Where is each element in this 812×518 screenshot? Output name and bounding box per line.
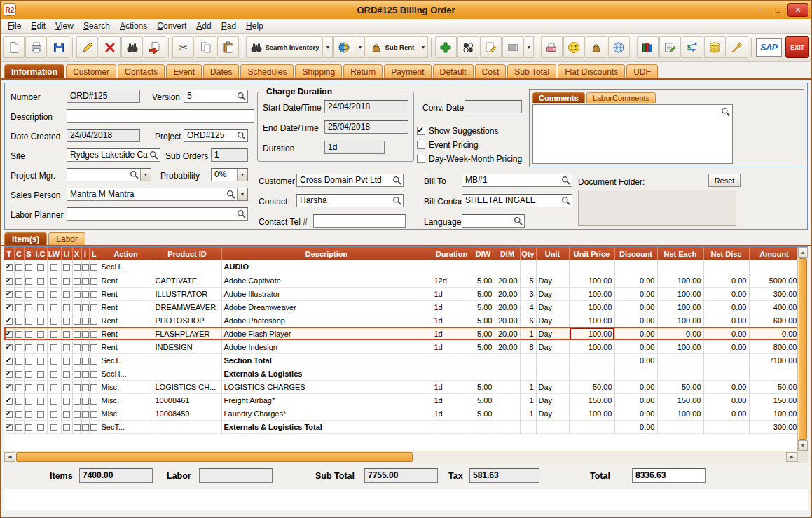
row-flag-checkbox[interactable] <box>63 264 70 271</box>
row-flag-checkbox[interactable] <box>63 291 70 298</box>
cut-button[interactable]: ✂ <box>172 36 194 58</box>
row-flag-checkbox[interactable] <box>15 384 22 391</box>
row-flag-checkbox[interactable] <box>25 264 32 271</box>
tab-shipping[interactable]: Shipping <box>295 64 342 78</box>
customer-field[interactable]: Cross Domain Pvt Ltd <box>296 174 404 187</box>
row-flag-checkbox[interactable] <box>6 291 13 298</box>
table-row[interactable]: Misc.10008461Freight Airbag*1d5.001Day15… <box>4 393 797 407</box>
row-flag-checkbox[interactable] <box>50 304 57 312</box>
copy-button[interactable] <box>195 36 216 58</box>
money-bag-button[interactable] <box>586 36 607 58</box>
row-flag-checkbox[interactable] <box>90 371 97 378</box>
row-flag-checkbox[interactable] <box>15 358 22 365</box>
tab-flat-discounts[interactable]: Flat Discounts <box>558 64 625 78</box>
horizontal-scroll-thumb[interactable] <box>16 452 413 462</box>
column-header-unit[interactable]: Unit <box>536 247 569 260</box>
dropdown-arrow-icon[interactable] <box>419 36 428 58</box>
search-icon[interactable] <box>237 92 246 101</box>
row-flag-checkbox[interactable] <box>25 291 32 298</box>
row-flag-checkbox[interactable] <box>82 358 89 365</box>
reset-button[interactable]: Reset <box>708 174 741 187</box>
row-flag-checkbox[interactable] <box>37 264 44 271</box>
row-flag-checkbox[interactable] <box>90 358 97 365</box>
row-flag-checkbox[interactable] <box>25 304 32 312</box>
column-header-net-each[interactable]: Net Each <box>657 247 703 260</box>
row-flag-checkbox[interactable] <box>37 411 44 418</box>
row-flag-checkbox[interactable] <box>37 304 44 312</box>
row-flag-checkbox[interactable] <box>37 278 44 285</box>
comments-textarea[interactable] <box>532 104 733 164</box>
row-flag-checkbox[interactable] <box>25 384 32 391</box>
table-row[interactable]: RentILLUSTRATORAdobe Illustrator1d5.0020… <box>4 287 797 300</box>
labor-planner-field[interactable] <box>67 207 248 220</box>
column-header-i-c[interactable]: I.C <box>34 247 47 260</box>
globe-button[interactable] <box>608 36 630 58</box>
column-header-i-i[interactable]: I.I <box>61 247 72 260</box>
items-total-field[interactable]: 7400.00 <box>79 468 153 483</box>
title-bar[interactable]: R2 ORD#125 Billing Order <box>1 1 811 19</box>
row-flag-checkbox[interactable] <box>90 264 97 271</box>
row-flag-checkbox[interactable] <box>82 384 89 391</box>
row-flag-checkbox[interactable] <box>74 318 81 325</box>
search-icon[interactable] <box>149 150 158 160</box>
row-flag-checkbox[interactable] <box>37 384 44 391</box>
menu-edit[interactable]: Edit <box>26 20 50 32</box>
fax-machine-button[interactable] <box>541 36 563 58</box>
row-flag-checkbox[interactable] <box>50 358 57 365</box>
money-stack-button[interactable] <box>704 36 726 58</box>
project-field[interactable]: ORD#125 <box>184 129 248 142</box>
row-flag-checkbox[interactable] <box>82 344 89 351</box>
row-flag-checkbox[interactable] <box>74 344 81 351</box>
sub-total-field[interactable]: 7755.00 <box>364 468 438 483</box>
row-flag-checkbox[interactable] <box>6 384 13 391</box>
row-flag-checkbox[interactable] <box>63 411 70 418</box>
row-flag-checkbox[interactable] <box>25 344 32 351</box>
row-flag-checkbox[interactable] <box>37 344 44 351</box>
sales-person-combobox[interactable]: Mantra M Mantra <box>67 188 248 201</box>
barcode-button[interactable] <box>502 36 524 58</box>
scroll-left-icon[interactable] <box>4 452 15 462</box>
probability-combobox[interactable]: 0% <box>211 168 248 181</box>
end-datetime-field[interactable]: 25/04/2018 <box>324 120 408 134</box>
tab-event[interactable]: Event <box>166 64 202 78</box>
row-flag-checkbox[interactable] <box>90 278 97 285</box>
edit-pencil-button[interactable] <box>76 36 98 58</box>
row-flag-checkbox[interactable] <box>90 291 97 298</box>
column-header-x[interactable]: X <box>72 247 81 260</box>
close-icon[interactable] <box>787 4 808 17</box>
row-flag-checkbox[interactable] <box>63 318 70 325</box>
row-flag-checkbox[interactable] <box>63 398 70 405</box>
row-flag-checkbox[interactable] <box>50 291 57 298</box>
column-header-duration[interactable]: Duration <box>432 247 472 260</box>
tab-comments[interactable]: Comments <box>532 92 585 103</box>
checkbox-icon[interactable] <box>417 127 425 135</box>
search-icon[interactable] <box>561 176 570 185</box>
delete-button[interactable] <box>99 36 121 58</box>
row-flag-checkbox[interactable] <box>37 318 44 325</box>
row-flag-checkbox[interactable] <box>6 318 13 325</box>
row-flag-checkbox[interactable] <box>63 424 70 431</box>
checkbox-icon[interactable] <box>417 141 425 149</box>
description-field[interactable] <box>67 109 254 122</box>
chevron-down-icon[interactable] <box>237 169 247 181</box>
row-flag-checkbox[interactable] <box>15 278 22 285</box>
column-header-s[interactable]: S <box>24 247 34 260</box>
tab-information[interactable]: Information <box>4 64 64 78</box>
table-row[interactable]: RentFLASHPLAYERAdobe Flash Player1d5.002… <box>4 327 797 340</box>
row-flag-checkbox[interactable] <box>15 398 22 405</box>
dropdown-arrow-icon[interactable] <box>525 36 534 58</box>
row-flag-checkbox[interactable] <box>63 278 70 285</box>
sub-rent-button[interactable]: Sub Rent <box>366 36 418 58</box>
contact-field[interactable]: Harsha <box>296 194 404 207</box>
sub-orders-field[interactable]: 1 <box>211 148 248 162</box>
checkbox-icon[interactable] <box>417 155 425 163</box>
save-button[interactable] <box>48 36 69 58</box>
row-flag-checkbox[interactable] <box>90 398 97 405</box>
column-header-dim[interactable]: DIM <box>495 247 520 260</box>
search-icon[interactable] <box>226 190 235 199</box>
table-row[interactable]: SecH...Externals & Logistics <box>4 367 797 380</box>
row-flag-checkbox[interactable] <box>37 398 44 405</box>
version-field[interactable]: 5 <box>184 90 248 103</box>
table-row[interactable]: RentPHOTOSHOPAdobe Photoshop1d5.0020.006… <box>4 314 797 327</box>
tab-labor[interactable]: Labor <box>48 232 85 245</box>
